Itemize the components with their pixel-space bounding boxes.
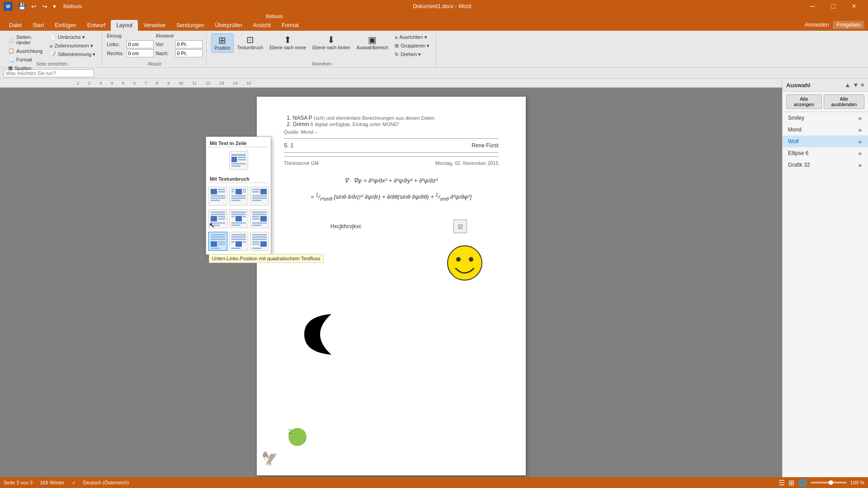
panel-item-grafik32[interactable]: Grafik 32 ▶ — [783, 159, 868, 171]
position-button[interactable]: ⊞ Position — [211, 33, 234, 53]
zeilennummern-button[interactable]: ≡ Zeilennummern ▾ — [47, 42, 98, 50]
view-layout-icon[interactable]: ⊞ — [788, 479, 794, 487]
drehen-button[interactable]: ↻ Drehen ▾ — [392, 51, 432, 58]
auswahlbereich-button[interactable]: ▣ Auswahlbereich — [354, 33, 392, 52]
svg-rect-35 — [211, 225, 220, 226]
svg-rect-18 — [231, 191, 235, 192]
save-button[interactable]: 💾 — [16, 2, 28, 11]
tab-verweise[interactable]: Verweise — [138, 20, 171, 31]
maximize-button[interactable]: □ — [823, 0, 844, 13]
umbrueche-button[interactable]: 📄 Umbrüche ▾ — [47, 33, 98, 41]
tab-ansicht[interactable]: Ansicht — [248, 20, 276, 31]
pos-mid-right[interactable] — [250, 209, 269, 228]
panel-close-btn[interactable]: × — [861, 81, 864, 89]
hxcjk-text: Hxcjkhcvjkxc — [330, 223, 362, 230]
doc-area: 123456789101112131415 NASA P (sch) und e… — [0, 79, 782, 484]
seite-group-label: Seite einrichten — [2, 61, 102, 66]
seitenraender-button[interactable]: ⬜ Seiten-ränder — [5, 33, 45, 46]
svg-rect-27 — [252, 197, 267, 199]
zoom-slider[interactable] — [811, 482, 847, 483]
ausrichtung-button[interactable]: 📋 Ausrichtung — [5, 47, 45, 55]
spell-check-icon[interactable]: ✓ — [72, 480, 76, 486]
panel-item-smiley[interactable]: Smiley ▶ — [783, 112, 868, 124]
tab-datei[interactable]: Datei — [4, 20, 27, 31]
svg-rect-33 — [218, 218, 225, 220]
gruppieren-button[interactable]: ⊞ Gruppieren ▾ — [392, 42, 432, 50]
right-panel: Auswahl ▲ ▼ × Alle anzeigen Alle ausblen… — [782, 79, 868, 484]
tab-start[interactable]: Start — [27, 20, 49, 31]
view-web-icon[interactable]: 🌐 — [798, 479, 807, 487]
more-button[interactable]: ▾ — [51, 2, 58, 11]
show-all-button[interactable]: Alle anzeigen — [786, 94, 822, 109]
pos-mid-center[interactable] — [229, 209, 248, 228]
pos-top-right[interactable] — [250, 187, 269, 206]
language-indicator[interactable]: Deutsch (Österreich) — [83, 480, 129, 485]
ebene-hinten-icon: ⬇ — [327, 35, 335, 44]
drehen-icon: ↻ — [395, 52, 399, 57]
textumbruch-button[interactable]: ⊡ Textumbruch — [235, 33, 266, 52]
redo-button[interactable]: ↪ — [40, 2, 49, 11]
ebene-hinten-label: Ebene nach hinten — [312, 45, 350, 50]
svg-rect-64 — [252, 234, 267, 235]
auswahlbereich-label: Auswahlbereich — [357, 45, 389, 50]
doc-footer: Thinksecret GM Montag, 02. November 2015 — [284, 160, 499, 166]
svg-point-1 — [456, 257, 461, 262]
pos-top-right-icon — [251, 188, 268, 204]
pos-bot-right[interactable] — [250, 232, 269, 251]
svg-rect-38 — [236, 216, 242, 221]
svg-rect-28 — [252, 200, 261, 201]
svg-rect-40 — [243, 216, 246, 217]
vor-input[interactable] — [175, 40, 203, 48]
panel-scroll-down-btn[interactable]: ▼ — [853, 81, 859, 89]
links-label: Links: — [107, 42, 125, 47]
nach-input[interactable] — [175, 49, 203, 57]
view-normal-icon[interactable]: ☰ — [778, 479, 785, 487]
svg-rect-42 — [231, 225, 241, 226]
silbentrennung-button[interactable]: 📝 Silbentrennung ▾ — [47, 51, 98, 58]
undo-button[interactable]: ↩ — [29, 2, 38, 11]
svg-rect-50 — [211, 234, 225, 235]
svg-rect-45 — [260, 216, 267, 221]
pos-mid-left[interactable] — [208, 209, 227, 228]
freigeben-button[interactable]: Freigeben — [833, 21, 864, 29]
anmelden-button[interactable]: Anmelden — [805, 22, 829, 28]
word-count: 169 Wörter — [40, 480, 64, 485]
tab-format[interactable]: Format — [276, 20, 304, 31]
svg-rect-49 — [252, 225, 261, 226]
panel-item-smiley-arrow: ▶ — [859, 116, 863, 121]
pos-bot-center[interactable] — [229, 232, 248, 251]
tab-entwurf[interactable]: Entwurf — [82, 20, 111, 31]
ebene-vorne-button[interactable]: ⬆ Ebene nach vorne — [267, 33, 309, 52]
rechts-input[interactable] — [127, 49, 154, 57]
panel-item-mond[interactable]: Mond ▶ — [783, 124, 868, 136]
zoom-thumb — [829, 480, 833, 485]
image-placeholder: 🖼 — [453, 220, 467, 233]
close-button[interactable]: × — [844, 0, 864, 13]
list-item-1-text: NASA P — [293, 115, 312, 121]
ebene-hinten-button[interactable]: ⬇ Ebene nach hinten — [310, 33, 353, 52]
pos-bot-left[interactable]: Unten-Links-Position mit quadratischem T… — [208, 232, 227, 251]
tab-sendungen[interactable]: Sendungen — [171, 20, 209, 31]
moon-svg — [302, 310, 343, 359]
tab-layout[interactable]: Layout — [111, 20, 138, 31]
tab-einfuegen[interactable]: Einfügen — [49, 20, 81, 31]
svg-rect-39 — [231, 216, 235, 217]
footer-left: Thinksecret GM — [284, 160, 319, 166]
ausrichten-button[interactable]: ≡ Ausrichten ▾ — [392, 33, 432, 41]
tab-ueberpruefen[interactable]: Überprüfen — [210, 20, 248, 31]
svg-rect-43 — [252, 211, 267, 213]
word-icon: W — [4, 2, 13, 11]
svg-rect-56 — [211, 248, 220, 249]
pos-top-left[interactable] — [208, 187, 227, 206]
pos-top-center[interactable] — [229, 187, 248, 206]
minimize-button[interactable]: ─ — [802, 0, 823, 13]
hide-all-button[interactable]: Alle ausblenden — [824, 94, 864, 109]
ribbon-group-anordnen: ⊞ Position ⊡ Textumbruch ⬆ Ebene nach vo… — [208, 33, 436, 67]
author-name: Rene Fürst — [472, 142, 498, 149]
panel-item-wolf[interactable]: Wolf ▶ — [783, 136, 868, 147]
panel-item-ellipse6[interactable]: Ellipse 6 ▶ — [783, 147, 868, 159]
textumbruch-icon: ⊡ — [246, 35, 254, 44]
panel-scroll-up-btn[interactable]: ▲ — [844, 81, 851, 89]
links-input[interactable] — [127, 40, 154, 48]
text-in-zeile-item[interactable] — [229, 151, 248, 170]
